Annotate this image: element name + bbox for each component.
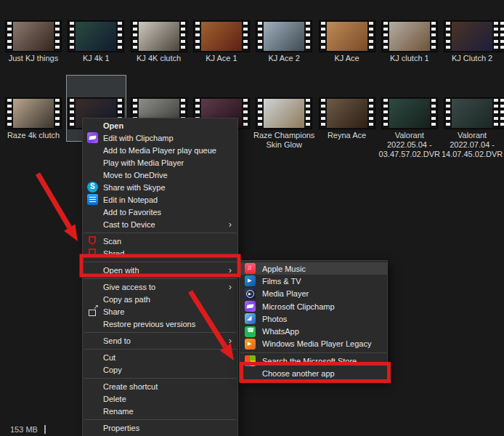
notepad-icon: [87, 194, 98, 205]
filmstrip-sprockets-left: [7, 22, 12, 51]
file-item-raze-4k-clutch[interactable]: Raze 4k clutch: [2, 98, 65, 140]
filmstrip-sprockets-left: [70, 99, 74, 128]
file-item-kj-ace[interactable]: KJ Ace: [316, 21, 378, 63]
menu-item-whatsapp[interactable]: WhatsApp: [240, 325, 387, 337]
file-item-kj-ace-1[interactable]: KJ Ace 1: [190, 21, 253, 63]
file-item-valorant-2022-05-04-03-47-57-02-dvr[interactable]: Valorant 2022.05.04 - 03.47.57.02.DVR: [378, 98, 441, 159]
menu-item-add-to-media-player-play-queue[interactable]: Add to Media Player play queue: [83, 144, 237, 156]
filmstrip-sprockets-left: [321, 22, 325, 51]
menu-item-properties[interactable]: Properties: [83, 421, 237, 434]
menu-item-play-with-media-player[interactable]: Play with Media Player: [83, 156, 237, 169]
file-item-raze-champions-skin-glow[interactable]: Raze Champions Skin Glow: [253, 98, 315, 150]
explorer-window: Just KJ thingsKJ 4k 1KJ 4K clutchKJ Ace …: [0, 0, 504, 436]
filmstrip-sprockets-left: [195, 22, 200, 51]
video-filmstrip-thumbnail: [131, 21, 187, 52]
file-label: KJ 4K clutch: [124, 54, 194, 63]
menu-item-open[interactable]: Open: [83, 119, 237, 132]
menu-item-cast-to-device[interactable]: Cast to Device: [83, 218, 237, 230]
file-item-kj-clutch-1[interactable]: KJ clutch 1: [378, 21, 441, 63]
menu-separator: [84, 262, 237, 262]
menu-item-label: Open: [103, 121, 232, 130]
menu-item-share-with-skype[interactable]: Share with Skype: [83, 181, 237, 193]
menu-item-copy[interactable]: Copy: [83, 363, 237, 376]
filmstrip-sprockets-left: [70, 22, 74, 51]
menu-item-label: Create shortcut: [103, 382, 232, 391]
menu-separator: [84, 278, 237, 279]
filmstrip-sprockets-right: [55, 99, 60, 128]
menu-item-media-player[interactable]: Media Player: [240, 288, 387, 300]
video-filmstrip-thumbnail: [6, 21, 61, 52]
menu-item-photos[interactable]: Photos: [240, 312, 387, 325]
file-item[interactable]: [495, 21, 504, 52]
menu-item-icon-placeholder: [87, 265, 98, 275]
menu-item-give-access-to[interactable]: Give access to: [83, 280, 237, 293]
filmstrip-sprockets-left: [133, 22, 137, 51]
menu-item-edit-in-notepad[interactable]: Edit in Notepad: [83, 193, 237, 206]
file-item-kj-ace-2[interactable]: KJ Ace 2: [253, 21, 315, 63]
video-filmstrip-thumbnail: [382, 21, 437, 52]
menu-item-create-shortcut[interactable]: Create shortcut: [83, 380, 237, 392]
filmstrip-sprockets-right: [369, 99, 373, 128]
menu-item-label: Cut: [103, 353, 232, 362]
file-label: KJ Ace 2: [249, 54, 319, 63]
menu-separator: [84, 378, 237, 379]
file-item-kj-4k-clutch[interactable]: KJ 4K clutch: [128, 21, 190, 63]
menu-item-edit-with-clipchamp[interactable]: Edit with Clipchamp: [83, 132, 237, 144]
menu-item-rename[interactable]: Rename: [83, 405, 237, 417]
menu-item-shred[interactable]: Shred: [83, 247, 237, 259]
menu-item-apple-music[interactable]: Apple Music: [240, 262, 387, 275]
menu-item-icon-placeholder: [87, 381, 98, 392]
menu-separator: [240, 352, 386, 353]
menu-item-send-to[interactable]: Send to: [83, 334, 237, 347]
file-label: Raze 4k clutch: [0, 131, 68, 140]
menu-item-label: Properties: [103, 424, 232, 432]
menu-separator: [84, 349, 237, 350]
menu-item-label: Send to: [103, 336, 229, 345]
file-label: KJ Ace 1: [187, 54, 256, 63]
menu-item-cut[interactable]: Cut: [83, 351, 237, 363]
menu-item-search-the-microsoft-store[interactable]: Search the Microsoft Store: [240, 355, 387, 367]
menu-item-windows-media-player-legacy[interactable]: Windows Media Player Legacy: [240, 338, 387, 350]
filmstrip-sprockets-right: [369, 22, 373, 51]
ms-store-icon: [245, 355, 256, 366]
file-item-kj-4k-1[interactable]: KJ 4k 1: [65, 21, 127, 63]
menu-item-open-with[interactable]: Open with: [83, 264, 237, 276]
menu-item-copy-as-path[interactable]: Copy as path: [83, 293, 237, 305]
file-item[interactable]: [495, 98, 504, 129]
thumbnail-image: [389, 22, 430, 51]
menu-item-restore-previous-versions[interactable]: Restore previous versions: [83, 318, 237, 330]
menu-item-icon-placeholder: [87, 206, 98, 217]
file-item-kj-clutch-2[interactable]: KJ Clutch 2: [441, 21, 503, 63]
menu-item-move-to-onedrive[interactable]: Move to OneDrive: [83, 169, 237, 181]
menu-item-share[interactable]: Share: [83, 305, 237, 318]
file-item-reyna-ace[interactable]: Reyna Ace: [316, 98, 378, 140]
file-item-just-kj-things[interactable]: Just KJ things: [2, 21, 65, 63]
filmstrip-sprockets-right: [181, 22, 185, 51]
menu-item-label: Share: [103, 307, 232, 316]
menu-item-icon-placeholder: [87, 335, 98, 346]
file-item-valorant-2022-07-04-14-07-45-02-dvr[interactable]: Valorant 2022.07.04 - 14.07.45.02.DVR: [441, 98, 503, 159]
menu-item-label: Scan: [103, 237, 232, 246]
menu-item-choose-another-app[interactable]: Choose another app: [240, 367, 387, 379]
menu-item-add-to-favorites[interactable]: Add to Favorites: [83, 206, 237, 218]
share-icon: [87, 306, 98, 317]
menu-item-delete[interactable]: Delete: [83, 392, 237, 405]
filmstrip-sprockets-right: [431, 22, 436, 51]
context-menu: OpenEdit with ClipchampAdd to Media Play…: [82, 118, 238, 436]
menu-item-films-tv[interactable]: Films & TV: [240, 275, 387, 287]
filmstrip-sprockets-left: [500, 99, 504, 128]
menu-item-scan[interactable]: Scan: [83, 235, 237, 247]
video-filmstrip-thumbnail: [68, 21, 123, 52]
filmstrip-sprockets-right: [55, 22, 60, 51]
file-label: Just KJ things: [0, 54, 68, 63]
menu-item-microsoft-clipchamp[interactable]: Microsoft Clipchamp: [240, 300, 387, 312]
file-label: Raze Champions Skin Glow: [249, 131, 319, 150]
menu-item-label: Photos: [262, 315, 381, 323]
thumbnail-image: [13, 22, 54, 51]
file-label: Reyna Ace: [312, 131, 382, 140]
menu-item-icon-placeholder: [87, 169, 98, 180]
menu-item-label: Edit in Notepad: [103, 195, 232, 204]
thumbnail-image: [76, 22, 116, 51]
status-bar: 153 MB: [10, 425, 46, 434]
thumbnail-image: [13, 99, 54, 128]
